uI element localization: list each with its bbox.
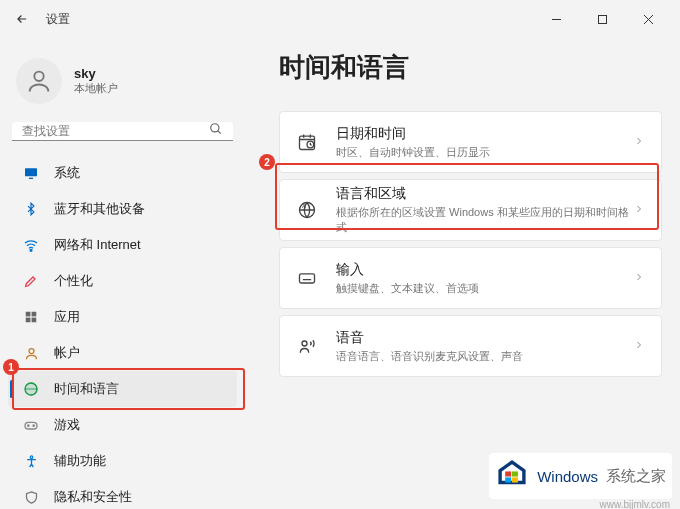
search-icon: [209, 122, 223, 140]
card-subtitle: 时区、自动时钟设置、日历显示: [336, 145, 633, 160]
chevron-right-icon: [633, 133, 645, 151]
windows-logo-icon: [495, 457, 529, 495]
svg-point-14: [25, 383, 37, 395]
sidebar-item-personalization[interactable]: 个性化: [8, 263, 237, 299]
svg-line-4: [218, 131, 221, 134]
card-speech[interactable]: 语音 语音语言、语音识别麦克风设置、声音: [279, 315, 662, 377]
sidebar-item-label: 系统: [54, 164, 80, 182]
card-title: 语言和区域: [336, 185, 633, 203]
svg-point-3: [211, 124, 219, 132]
sidebar-item-accessibility[interactable]: 辅助功能: [8, 443, 237, 479]
nav-list: 系统 蓝牙和其他设备 网络和 Internet 个性化 应用 帐户: [8, 155, 237, 509]
apps-icon: [22, 310, 40, 324]
app-title: 设置: [46, 11, 70, 28]
svg-rect-1: [598, 15, 606, 23]
chevron-right-icon: [633, 337, 645, 355]
close-button[interactable]: [634, 5, 662, 33]
annotation-badge-1: 1: [3, 359, 19, 375]
sidebar-item-label: 时间和语言: [54, 380, 119, 398]
gaming-icon: [22, 417, 40, 433]
language-region-icon: A: [296, 199, 318, 221]
sidebar-item-system[interactable]: 系统: [8, 155, 237, 191]
sidebar-item-accounts[interactable]: 帐户: [8, 335, 237, 371]
card-subtitle: 语音语言、语音识别麦克风设置、声音: [336, 349, 633, 364]
user-block[interactable]: sky 本地帐户: [8, 46, 237, 122]
date-time-icon: [296, 131, 318, 153]
card-title: 语音: [336, 329, 633, 347]
main-panel: 时间和语言 日期和时间 时区、自动时钟设置、日历显示 A 语言和区域 根据你所在…: [245, 38, 680, 509]
personalization-icon: [22, 273, 40, 289]
card-language-region[interactable]: A 语言和区域 根据你所在的区域设置 Windows 和某些应用的日期和时间格式: [279, 179, 662, 241]
sidebar-item-label: 个性化: [54, 272, 93, 290]
svg-rect-23: [300, 274, 315, 283]
chevron-right-icon: [633, 269, 645, 287]
search-field[interactable]: [22, 124, 209, 138]
card-title: 输入: [336, 261, 633, 279]
svg-point-24: [302, 341, 307, 346]
keyboard-icon: [296, 267, 318, 289]
svg-rect-9: [32, 312, 37, 317]
chevron-right-icon: [633, 201, 645, 219]
svg-rect-11: [32, 318, 37, 323]
user-subtitle: 本地帐户: [74, 81, 118, 96]
svg-point-18: [30, 455, 33, 458]
bluetooth-icon: [22, 202, 40, 216]
svg-rect-10: [26, 318, 31, 323]
svg-rect-27: [505, 477, 511, 482]
page-title: 时间和语言: [279, 50, 662, 85]
card-date-time[interactable]: 日期和时间 时区、自动时钟设置、日历显示: [279, 111, 662, 173]
svg-point-12: [29, 348, 34, 353]
watermark: Windows 系统之家: [489, 453, 672, 499]
privacy-icon: [22, 490, 40, 505]
sidebar-item-label: 隐私和安全性: [54, 488, 132, 506]
svg-point-17: [33, 425, 34, 426]
accounts-icon: [22, 346, 40, 361]
card-subtitle: 根据你所在的区域设置 Windows 和某些应用的日期和时间格式: [336, 205, 633, 235]
svg-rect-25: [505, 471, 511, 476]
time-language-icon: [22, 381, 40, 397]
sidebar-item-label: 网络和 Internet: [54, 236, 141, 254]
sidebar-item-label: 应用: [54, 308, 80, 326]
svg-rect-6: [29, 178, 33, 179]
watermark-url: www.bjjmlv.com: [600, 499, 670, 509]
svg-point-7: [30, 249, 32, 251]
svg-rect-28: [512, 477, 518, 482]
watermark-suffix: 系统之家: [606, 467, 666, 486]
system-icon: [22, 165, 40, 181]
card-typing[interactable]: 输入 触摸键盘、文本建议、首选项: [279, 247, 662, 309]
svg-point-2: [34, 72, 43, 81]
svg-point-16: [28, 425, 29, 426]
sidebar-item-time-language[interactable]: 时间和语言: [8, 371, 237, 407]
annotation-badge-2: 2: [259, 154, 275, 170]
svg-rect-26: [512, 471, 518, 476]
sidebar-item-label: 游戏: [54, 416, 80, 434]
back-button[interactable]: [8, 5, 36, 33]
accessibility-icon: [22, 454, 40, 469]
maximize-button[interactable]: [588, 5, 616, 33]
sidebar-item-network[interactable]: 网络和 Internet: [8, 227, 237, 263]
svg-rect-8: [26, 312, 31, 317]
watermark-brand: Windows: [537, 468, 598, 485]
sidebar-item-label: 辅助功能: [54, 452, 106, 470]
sidebar-item-label: 蓝牙和其他设备: [54, 200, 145, 218]
user-name: sky: [74, 66, 118, 81]
svg-rect-15: [25, 422, 37, 429]
sidebar-item-apps[interactable]: 应用: [8, 299, 237, 335]
minimize-button[interactable]: [542, 5, 570, 33]
sidebar-item-label: 帐户: [54, 344, 80, 362]
sidebar: sky 本地帐户 系统 蓝牙和其他设备 网络和 Internet: [0, 38, 245, 509]
network-icon: [22, 237, 40, 253]
search-input[interactable]: [12, 122, 233, 141]
svg-text:A: A: [302, 203, 306, 209]
speech-icon: [296, 335, 318, 357]
sidebar-item-privacy[interactable]: 隐私和安全性: [8, 479, 237, 509]
avatar: [16, 58, 62, 104]
svg-rect-5: [25, 168, 37, 176]
sidebar-item-gaming[interactable]: 游戏: [8, 407, 237, 443]
sidebar-item-bluetooth[interactable]: 蓝牙和其他设备: [8, 191, 237, 227]
card-title: 日期和时间: [336, 125, 633, 143]
card-subtitle: 触摸键盘、文本建议、首选项: [336, 281, 633, 296]
